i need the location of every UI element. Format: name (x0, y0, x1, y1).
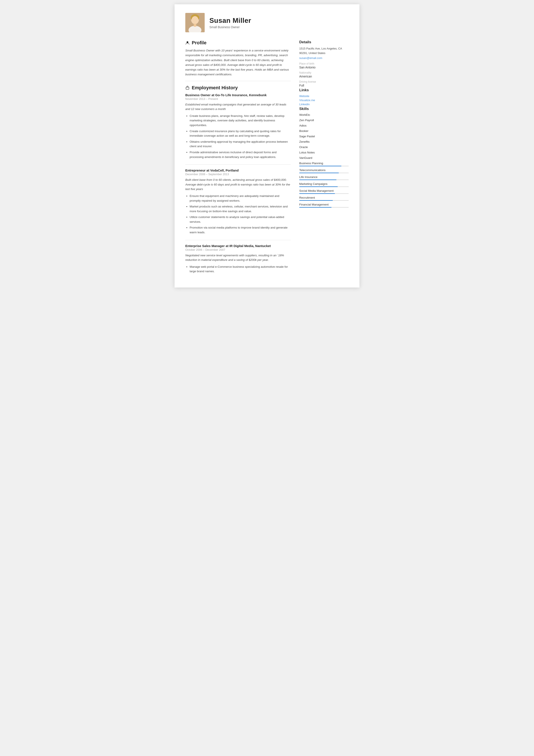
list-item: Promotion via social media platforms to … (190, 225, 291, 234)
details-section: Details 1515 Pacific Ave, Los Angeles, C… (299, 40, 349, 87)
full-name: Susan Miller (209, 16, 251, 25)
profile-section-title: Profile (185, 40, 291, 46)
resume: Susan Miller Small Business Owner Profil… (175, 4, 359, 287)
skill-adios: Adios (299, 124, 349, 127)
divider-2 (185, 164, 291, 165)
skill-bar-fill (299, 179, 337, 180)
job-dates-1: November 2013 – Present (185, 97, 291, 100)
skill-bar-fill (299, 186, 338, 187)
skill-bar-bg (299, 179, 349, 180)
link-visualize[interactable]: Visualize.me (299, 98, 349, 102)
list-item: Utilize customer statements to analyze s… (190, 215, 291, 224)
employment-section: Employment History Business Owner at Go-… (185, 85, 291, 274)
job-title-1: Business Owner at Go-To Life Insurance, … (185, 93, 291, 97)
skill-bar-fill (299, 193, 335, 194)
place-of-birth-value: San Antonio (299, 66, 349, 69)
skill-bar-bg (299, 173, 349, 173)
profile-section: Profile Small Business Owner with 10 yea… (185, 40, 291, 77)
list-item: Manage web portal e-Commerce business sp… (190, 264, 291, 274)
job-entry-2: Entrepreneur at VodaCell, Portland Decem… (185, 169, 291, 235)
nationality-label: Nationality (299, 71, 349, 74)
skill-bar-bg (299, 166, 349, 166)
links-section: Links Website Visualize.me Linkedin (299, 88, 349, 106)
skill-workEtc: WorkEtc (299, 113, 349, 117)
place-of-birth-label: Place of birth (299, 62, 349, 65)
skill-telecommunications: Telecommunications (299, 169, 349, 173)
skill-financialManagement: Financial Management (299, 203, 349, 208)
skill-bar-fill (299, 200, 333, 201)
skill-zenefits: Zenefits (299, 140, 349, 143)
left-column: Profile Small Business Owner with 10 yea… (185, 40, 291, 279)
skill-bar-bg (299, 200, 349, 201)
skills-section-title: Skills (299, 107, 349, 111)
svg-point-7 (187, 41, 188, 43)
svg-rect-5 (192, 26, 198, 32)
skill-oracle: Oracle (299, 146, 349, 149)
skill-marketingCampaigns: Marketing Campaigns (299, 182, 349, 187)
link-linkedin[interactable]: Linkedin (299, 103, 349, 106)
header-info: Susan Miller Small Business Owner (209, 16, 251, 29)
employment-section-title: Employment History (185, 85, 291, 91)
skill-bar-fill (299, 173, 339, 173)
job-entry-1: Business Owner at Go-To Life Insurance, … (185, 93, 291, 159)
skill-lifeInsurance: Life Insurance (299, 176, 349, 180)
detail-address: 1515 Pacific Ave, Los Angeles, CA 90291,… (299, 46, 349, 56)
skill-bar-bg (299, 186, 349, 187)
job-bullets-3: Manage web portal e-Commerce business sp… (185, 264, 291, 274)
list-item: Ensure that equipment and machinery are … (190, 194, 291, 203)
skill-bar-bg (299, 207, 349, 208)
links-section-title: Links (299, 88, 349, 92)
skill-lotusNotes: Lotus Notes (299, 151, 349, 154)
nationality-value: American (299, 75, 349, 78)
skill-bar-fill (299, 207, 332, 208)
driving-license-label: Driving license (299, 80, 349, 83)
skill-booker: Booker (299, 129, 349, 133)
svg-point-3 (191, 16, 198, 24)
driving-license-value: Full (299, 84, 349, 87)
employment-icon (185, 86, 190, 90)
job-bullets-1: Create business plans, arrange financing… (185, 114, 291, 159)
avatar (185, 13, 205, 32)
details-section-title: Details (299, 40, 349, 44)
skill-sagePastel: Sage Pastel (299, 135, 349, 138)
link-website[interactable]: Website (299, 94, 349, 98)
skill-vanGuard: VanGuard (299, 156, 349, 159)
job-summary-1: Established email marketing campaigns th… (185, 102, 291, 112)
right-column: Details 1515 Pacific Ave, Los Angeles, C… (299, 40, 349, 279)
list-item: Provide administrative services inclusiv… (190, 150, 291, 159)
job-title-2: Entrepreneur at VodaCell, Portland (185, 169, 291, 172)
main-layout: Profile Small Business Owner with 10 yea… (185, 40, 349, 279)
job-summary-2: Built client base from 0 to 60 clients, … (185, 177, 291, 192)
skill-socialMediaManagement: Social Media Management (299, 189, 349, 194)
job-dates-3: October 2006 – December 2007 (185, 248, 291, 251)
list-item: Obtains underwriting approval by managin… (190, 140, 291, 149)
svg-rect-6 (194, 24, 196, 27)
skill-bar-bg (299, 193, 349, 194)
svg-rect-8 (186, 87, 189, 89)
job-title-3: Enterprise Sales Manager at IR Digital M… (185, 244, 291, 248)
skill-bar-fill (299, 166, 342, 166)
detail-email: susan@email.com (299, 56, 349, 60)
job-title: Small Business Owner (209, 25, 251, 29)
job-summary-3: Negotiated new service level agreements … (185, 253, 291, 262)
job-bullets-2: Ensure that equipment and machinery are … (185, 194, 291, 235)
skills-section: Skills WorkEtc Zen Payroll Adios Booker … (299, 107, 349, 208)
profile-text: Small Business Owner with 10 years' expe… (185, 48, 291, 77)
list-item: Create customized insurance plans by cal… (190, 129, 291, 138)
profile-icon (185, 41, 190, 45)
skill-businessPlanning: Business Planning (299, 162, 349, 166)
list-item: Market products such as wireless, cellul… (190, 204, 291, 213)
job-entry-3: Enterprise Sales Manager at IR Digital M… (185, 244, 291, 274)
header: Susan Miller Small Business Owner (185, 13, 349, 32)
job-dates-2: December 2008 – September 2013 (185, 173, 291, 176)
list-item: Create business plans, arrange financing… (190, 114, 291, 128)
skill-zenPayroll: Zen Payroll (299, 119, 349, 122)
skill-recruitment: Recruitment (299, 196, 349, 201)
